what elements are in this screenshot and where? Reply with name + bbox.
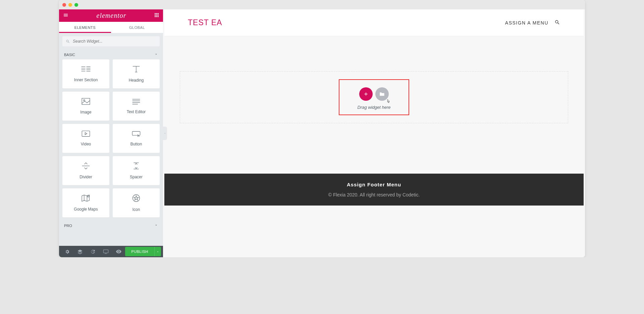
widget-label: Google Maps	[74, 207, 98, 212]
widget-inner-section[interactable]: Inner Section	[62, 59, 109, 88]
category-basic-header[interactable]: BASIC	[59, 50, 163, 59]
svg-rect-28	[132, 131, 140, 135]
widget-label: Video	[81, 142, 91, 146]
widget-button[interactable]: Button	[113, 124, 160, 153]
page-header: TEST EA ASSIGN A MENU	[164, 9, 584, 36]
widget-spacer[interactable]: Spacer	[113, 156, 160, 185]
chevron-down-icon	[154, 52, 158, 57]
category-pro-header[interactable]: PRO	[59, 221, 163, 230]
button-icon	[131, 130, 141, 138]
category-basic-label: BASIC	[64, 53, 75, 57]
sidebar-tabs: ELEMENTS GLOBAL	[59, 22, 163, 33]
tab-elements[interactable]: ELEMENTS	[59, 22, 111, 33]
widget-heading[interactable]: Heading	[113, 59, 160, 88]
search-input[interactable]	[70, 39, 156, 44]
svg-rect-8	[158, 16, 159, 17]
page-footer: Assign Footer Menu © Flexia 2020. All ri…	[164, 174, 584, 206]
svg-rect-26	[82, 131, 90, 137]
folder-icon	[379, 92, 385, 96]
widget-label: Button	[130, 142, 142, 146]
window-close-button[interactable]	[62, 3, 66, 7]
drop-highlight: Drag widget here	[339, 79, 409, 115]
responsive-icon[interactable]	[99, 246, 113, 257]
svg-rect-5	[158, 14, 159, 15]
svg-marker-36	[134, 196, 139, 200]
sidebar-collapse-handle[interactable]	[162, 127, 167, 140]
window-maximize-button[interactable]	[74, 3, 78, 7]
tab-global[interactable]: GLOBAL	[111, 22, 163, 33]
video-icon	[81, 130, 91, 138]
widget-label: Inner Section	[74, 78, 98, 82]
svg-point-21	[84, 100, 85, 101]
history-icon[interactable]	[87, 246, 99, 257]
svg-rect-4	[156, 14, 157, 15]
category-pro-label: PRO	[64, 224, 72, 228]
footer-copyright: © Flexia 2020. All right reserved by Cod…	[328, 192, 420, 197]
spacer-icon	[132, 162, 140, 171]
assign-menu-link[interactable]: ASSIGN A MENU	[505, 20, 548, 26]
svg-rect-1	[156, 13, 157, 14]
navigator-icon[interactable]	[74, 246, 87, 257]
star-icon	[132, 194, 141, 204]
add-template-button[interactable]	[375, 87, 389, 101]
svg-rect-0	[155, 13, 156, 14]
columns-icon	[81, 65, 91, 74]
text-lines-icon	[132, 98, 141, 106]
widgets-grid: Inner Section Heading Image Text Editor …	[59, 59, 163, 221]
svg-rect-6	[155, 16, 156, 17]
widget-label: Text Editor	[127, 109, 146, 114]
sidebar: elementor ELEMENTS GLOBAL BASIC	[59, 9, 163, 257]
footer-menu-link[interactable]: Assign Footer Menu	[347, 182, 401, 187]
add-section-button[interactable]	[359, 87, 373, 101]
svg-rect-37	[104, 250, 108, 253]
search-icon	[66, 39, 70, 44]
canvas: TEST EA ASSIGN A MENU	[163, 9, 585, 257]
svg-rect-3	[155, 14, 156, 15]
brand-logo: elementor	[97, 12, 126, 19]
chevron-down-icon	[154, 223, 158, 228]
preview-icon[interactable]	[113, 246, 125, 257]
settings-icon[interactable]	[61, 246, 74, 257]
search-widget-box[interactable]	[62, 36, 160, 46]
widget-divider[interactable]: Divider	[62, 156, 109, 185]
sidebar-footer: PUBLISH	[59, 246, 163, 257]
widget-label: Divider	[79, 175, 92, 179]
publish-button[interactable]: PUBLISH	[125, 247, 154, 256]
widget-text-editor[interactable]: Text Editor	[113, 92, 160, 121]
plus-icon	[363, 91, 369, 97]
drop-area[interactable]: Drag widget here	[180, 71, 568, 123]
publish-options-button[interactable]	[154, 247, 161, 256]
widget-label: Heading	[129, 78, 144, 83]
image-icon	[81, 98, 91, 106]
widget-label: Image	[80, 110, 91, 115]
svg-rect-2	[158, 13, 159, 14]
widget-icon[interactable]: Icon	[113, 188, 160, 217]
widget-google-maps[interactable]: Google Maps	[62, 188, 109, 217]
page-title: TEST EA	[188, 18, 222, 27]
widget-video[interactable]: Video	[62, 124, 109, 153]
svg-rect-7	[156, 16, 157, 17]
window-minimize-button[interactable]	[68, 3, 72, 7]
heading-icon	[131, 65, 141, 75]
svg-marker-27	[85, 133, 87, 135]
header-search-icon[interactable]	[554, 19, 560, 26]
map-icon	[81, 194, 91, 204]
cursor-icon	[386, 99, 391, 105]
sidebar-header: elementor	[59, 9, 163, 22]
drop-hint: Drag widget here	[358, 105, 391, 110]
widget-label: Icon	[132, 207, 140, 212]
divider-icon	[82, 162, 90, 171]
menu-icon[interactable]	[63, 12, 68, 19]
widget-image[interactable]: Image	[62, 92, 109, 121]
apps-icon[interactable]	[154, 13, 159, 19]
widget-label: Spacer	[130, 175, 143, 179]
window-titlebar	[59, 0, 585, 9]
